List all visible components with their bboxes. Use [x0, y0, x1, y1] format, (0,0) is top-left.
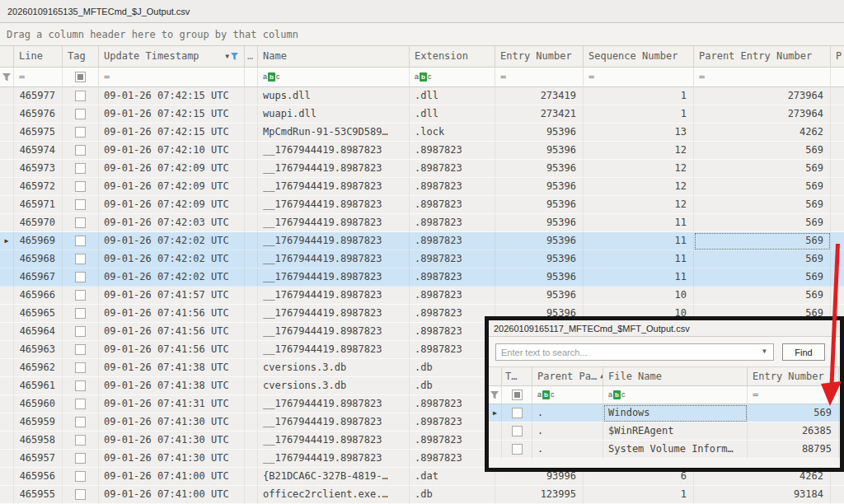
column-header-file-name[interactable]: File Name	[603, 367, 748, 386]
cell-name[interactable]: __1767944419.8987823	[258, 450, 410, 468]
cell-update-timestamp[interactable]: 09-01-26 07:42:15 UTC	[99, 105, 245, 124]
column-header-entry-number[interactable]: Entry Number	[495, 46, 584, 68]
cell-line[interactable]: 465959	[14, 413, 63, 432]
cell-parent-path[interactable]: .	[532, 422, 603, 441]
group-by-panel[interactable]: Drag a column header here to group by th…	[0, 23, 844, 46]
cell-sequence-number[interactable]: 11	[584, 214, 694, 232]
cell-parent-entry-number[interactable]: 569	[694, 196, 831, 214]
cell-sequence-number[interactable]: 11	[584, 232, 694, 250]
column-header-parent-entry-number[interactable]: Parent Entry Number	[694, 46, 831, 68]
cell-update-timestamp[interactable]: 09-01-26 07:41:57 UTC	[99, 287, 245, 305]
cell-tag[interactable]	[63, 323, 99, 341]
cell-line[interactable]: 465961	[14, 377, 63, 395]
cell-name[interactable]: __1767944419.8987823	[258, 178, 410, 196]
filter-funnel-icon[interactable]	[489, 386, 502, 404]
column-header-line[interactable]: Line	[14, 46, 63, 68]
cell-parent-path[interactable]: .	[532, 404, 603, 422]
cell-sequence-number[interactable]: 1	[584, 486, 694, 504]
cell-sequence-number[interactable]: 12	[584, 196, 694, 214]
cell-line[interactable]: 465956	[14, 468, 63, 486]
cell-line[interactable]: 465967	[14, 268, 63, 287]
cell-name[interactable]: {B21DCA6C-327B-4819-…	[258, 468, 410, 486]
cell-update-timestamp[interactable]: 09-01-26 07:41:30 UTC	[99, 413, 245, 432]
column-header-sequence-number[interactable]: Sequence Number	[584, 46, 694, 68]
tag-checkbox[interactable]	[75, 91, 86, 101]
cell-update-timestamp[interactable]: 09-01-26 07:41:56 UTC	[99, 341, 245, 359]
cell-parent-entry-number[interactable]: 273964	[694, 105, 831, 124]
cell-tag[interactable]	[63, 196, 99, 214]
cell-extension[interactable]: .8987823	[410, 160, 495, 178]
cell-tag[interactable]	[63, 105, 99, 124]
cell-entry-number[interactable]: 95396	[495, 160, 584, 178]
tag-checkbox[interactable]	[75, 217, 86, 228]
cell-parent-entry-number[interactable]: 4262	[694, 124, 831, 142]
tab-j-output[interactable]: 20260109165135_MFTECmd_$J_Output.csv	[7, 7, 190, 16]
cell-extension[interactable]: .8987823	[410, 413, 495, 432]
column-header-clipped[interactable]: P	[831, 46, 844, 68]
cell-line[interactable]: 465965	[14, 305, 63, 323]
column-header-update-timestamp[interactable]: Update Timestamp ▼	[99, 46, 245, 68]
tag-checkbox[interactable]	[75, 254, 86, 264]
cell-file-name[interactable]: Windows	[603, 404, 748, 422]
cell-line[interactable]: 465976	[14, 105, 63, 124]
cell-parent-entry-number[interactable]: 569	[694, 250, 831, 268]
cell-tag[interactable]	[63, 87, 99, 105]
cell-update-timestamp[interactable]: 09-01-26 07:42:09 UTC	[99, 178, 245, 196]
cell-line[interactable]: 465977	[14, 87, 63, 105]
cell-line[interactable]: 465968	[14, 250, 63, 268]
cell-tag[interactable]	[63, 450, 99, 468]
cell-parent-entry-number[interactable]: 569	[694, 214, 831, 232]
tag-checkbox[interactable]	[75, 453, 86, 464]
cell-name[interactable]: officec2rclient.exe.…	[258, 486, 410, 504]
tag-checkbox[interactable]	[75, 417, 86, 427]
cell-extension[interactable]: .8987823	[410, 305, 495, 323]
find-button[interactable]: Find	[782, 343, 825, 361]
cell-sequence-number[interactable]: 12	[584, 178, 694, 196]
tag-checkbox[interactable]	[75, 272, 86, 282]
cell-name[interactable]: __1767944419.8987823	[258, 196, 410, 214]
cell-tag[interactable]	[502, 404, 532, 422]
cell-entry-number[interactable]: 95396	[495, 214, 584, 232]
cell-update-timestamp[interactable]: 09-01-26 07:42:15 UTC	[99, 124, 245, 142]
cell-update-timestamp[interactable]: 09-01-26 07:42:15 UTC	[99, 87, 245, 105]
cell-update-timestamp[interactable]: 09-01-26 07:42:02 UTC	[99, 268, 245, 287]
filter-entry-number[interactable]: =	[748, 386, 839, 404]
cell-line[interactable]: 465955	[14, 486, 63, 504]
cell-line[interactable]: 465966	[14, 287, 63, 305]
cell-parent-entry-number[interactable]: 569	[694, 178, 831, 196]
cell-extension[interactable]: .8987823	[410, 323, 495, 341]
cell-sequence-number[interactable]: 10	[584, 287, 694, 305]
cell-update-timestamp[interactable]: 09-01-26 07:42:10 UTC	[99, 142, 245, 160]
cell-sequence-number[interactable]: 1	[584, 105, 694, 124]
column-header-name[interactable]: Name	[258, 46, 410, 68]
cell-entry-number[interactable]: 95396	[495, 250, 584, 268]
column-header-entry-number[interactable]: Entry Number	[748, 367, 839, 386]
cell-line[interactable]: 465972	[14, 178, 63, 196]
cell-parent-entry-number[interactable]: 569	[694, 268, 831, 287]
cell-tag[interactable]	[63, 377, 99, 395]
cell-extension[interactable]: .8987823	[410, 196, 495, 214]
cell-tag[interactable]	[63, 468, 99, 486]
column-header-tag[interactable]: T…	[502, 367, 532, 386]
cell-name[interactable]: __1767944419.8987823	[258, 323, 410, 341]
tag-checkbox[interactable]	[75, 181, 86, 192]
tag-checkbox[interactable]	[75, 145, 86, 156]
tag-checkbox[interactable]	[75, 435, 86, 446]
filter-file-name[interactable]: abc	[603, 386, 748, 404]
column-header-extension[interactable]: Extension	[410, 46, 495, 68]
cell-tag[interactable]	[63, 413, 99, 432]
cell-tag[interactable]	[63, 432, 99, 450]
cell-tag[interactable]	[63, 486, 99, 504]
cell-name[interactable]: __1767944419.8987823	[258, 341, 410, 359]
cell-file-name[interactable]: System Volume Inform…	[603, 441, 748, 459]
cell-tag[interactable]	[63, 232, 99, 250]
tag-checkbox[interactable]	[75, 199, 86, 210]
cell-name[interactable]: cversions.3.db	[258, 377, 410, 395]
column-header-parent-path[interactable]: Parent Pa…▲	[532, 367, 603, 386]
cell-update-timestamp[interactable]: 09-01-26 07:41:30 UTC	[99, 450, 245, 468]
search-input[interactable]	[495, 343, 774, 361]
tag-checkbox[interactable]	[75, 326, 86, 337]
cell-sequence-number[interactable]: 1	[584, 87, 694, 105]
cell-update-timestamp[interactable]: 09-01-26 07:41:38 UTC	[99, 377, 245, 395]
cell-extension[interactable]: .lock	[410, 124, 495, 142]
